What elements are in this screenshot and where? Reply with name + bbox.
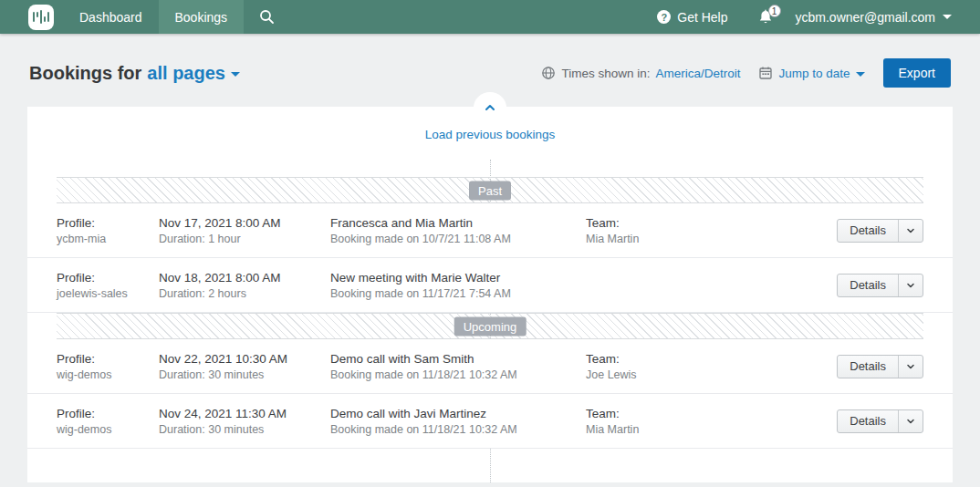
get-help-link[interactable]: ? Get Help bbox=[644, 0, 740, 34]
details-button[interactable]: Details bbox=[837, 219, 923, 243]
profile-value: wig-demos bbox=[57, 368, 159, 381]
section-divider-upcoming: Upcoming bbox=[57, 313, 923, 339]
ycbm-logo-icon bbox=[28, 5, 54, 30]
profile-value: wig-demos bbox=[57, 423, 159, 436]
booking-duration: Duration: 1 hour bbox=[159, 233, 330, 245]
profile-label: Profile: bbox=[57, 407, 159, 420]
calendar-icon bbox=[758, 66, 773, 80]
title-cell: Demo call with Javi Martinez Booking mad… bbox=[330, 407, 586, 436]
booking-datetime: Nov 17, 2021 8:00 AM bbox=[159, 216, 330, 230]
notifications-button[interactable]: 1 bbox=[741, 0, 790, 34]
profile-cell: Profile: wig-demos bbox=[57, 352, 159, 381]
title-cell: New meeting with Marie Walter Booking ma… bbox=[330, 271, 586, 300]
timezone-link[interactable]: America/Detroit bbox=[655, 67, 740, 80]
profile-label: Profile: bbox=[57, 216, 159, 230]
details-label: Details bbox=[838, 356, 898, 378]
profile-cell: Profile: joelewis-sales bbox=[57, 271, 159, 300]
jump-to-date-link[interactable]: Jump to date bbox=[778, 67, 864, 80]
details-label: Details bbox=[838, 410, 898, 432]
header-controls: Times shown in: America/Detroit Jump to … bbox=[541, 58, 951, 88]
booking-row: Profile: joelewis-sales Nov 18, 2021 8:0… bbox=[27, 258, 953, 313]
booking-datetime: Nov 22, 2021 10:30 AM bbox=[159, 352, 330, 366]
scope-selector-label: all pages bbox=[147, 63, 225, 84]
booking-duration: Duration: 30 minutes bbox=[159, 368, 330, 381]
booking-row: Profile: wig-demos Nov 24, 2021 11:30 AM… bbox=[27, 394, 953, 449]
topbar-spacer bbox=[290, 0, 644, 34]
booking-duration: Duration: 2 hours bbox=[159, 287, 330, 300]
booking-made-on: Booking made on 10/7/21 11:08 AM bbox=[330, 233, 586, 245]
team-cell: Team: Joe Lewis bbox=[586, 352, 837, 381]
chevron-down-icon bbox=[905, 225, 916, 236]
account-email: ycbm.owner@gmail.com bbox=[796, 10, 935, 25]
topbar: Dashboard Bookings ? Get Help 1 ycbm.own… bbox=[0, 0, 980, 34]
team-value: Mia Martin bbox=[586, 423, 837, 436]
load-previous-link[interactable]: Load previous bookings bbox=[418, 128, 563, 141]
booking-title: Demo call with Javi Martinez bbox=[330, 407, 586, 420]
section-badge: Past bbox=[469, 181, 511, 200]
team-value: Mia Martin bbox=[586, 233, 837, 245]
team-value: Joe Lewis bbox=[586, 368, 837, 381]
nav-bookings[interactable]: Bookings bbox=[159, 0, 245, 34]
booking-title: Francesca and Mia Martin bbox=[330, 216, 586, 230]
scope-selector[interactable]: all pages bbox=[147, 63, 240, 84]
booking-row: Profile: wig-demos Nov 22, 2021 10:30 AM… bbox=[27, 339, 953, 394]
when-cell: Nov 24, 2021 11:30 AM Duration: 30 minut… bbox=[159, 407, 330, 436]
details-expand-button[interactable] bbox=[898, 275, 923, 296]
bookings-card: Load previous bookings Past Profile: ycb… bbox=[27, 107, 953, 482]
section-badge: Upcoming bbox=[454, 316, 526, 336]
details-expand-button[interactable] bbox=[898, 410, 923, 432]
chevron-down-icon bbox=[905, 416, 916, 427]
chevron-up-icon bbox=[483, 100, 497, 115]
booking-duration: Duration: 30 minutes bbox=[159, 423, 330, 436]
team-cell: Team: Mia Martin bbox=[586, 216, 837, 245]
app-logo[interactable] bbox=[0, 0, 63, 34]
booking-row: Profile: ycbm-mia Nov 17, 2021 8:00 AM D… bbox=[27, 203, 953, 258]
page-title-prefix: Bookings for bbox=[29, 63, 141, 84]
page-header: Bookings for all pages Times shown in: A… bbox=[0, 34, 980, 88]
details-expand-button[interactable] bbox=[898, 356, 923, 378]
section-divider-past: Past bbox=[57, 177, 923, 203]
account-menu[interactable]: ycbm.owner@gmail.com bbox=[790, 0, 980, 34]
chevron-down-icon bbox=[905, 361, 916, 372]
times-shown-label: Times shown in: bbox=[561, 67, 650, 80]
details-expand-button[interactable] bbox=[898, 220, 923, 242]
title-cell: Francesca and Mia Martin Booking made on… bbox=[330, 216, 586, 245]
details-button[interactable]: Details bbox=[837, 274, 923, 297]
get-help-label: Get Help bbox=[677, 10, 727, 25]
booking-datetime: Nov 24, 2021 11:30 AM bbox=[159, 407, 330, 420]
booking-title: New meeting with Marie Walter bbox=[330, 271, 586, 285]
chevron-down-icon bbox=[856, 72, 865, 77]
chevron-down-icon bbox=[905, 280, 916, 291]
magnifier-glyph bbox=[259, 9, 275, 25]
question-mark-icon: ? bbox=[657, 10, 671, 24]
when-cell: Nov 22, 2021 10:30 AM Duration: 30 minut… bbox=[159, 352, 330, 381]
details-label: Details bbox=[838, 275, 898, 296]
collapse-notch[interactable] bbox=[474, 92, 506, 123]
team-cell: Team: Mia Martin bbox=[586, 407, 837, 436]
page-title: Bookings for all pages bbox=[29, 63, 240, 84]
when-cell: Nov 18, 2021 8:00 AM Duration: 2 hours bbox=[159, 271, 330, 300]
search-icon[interactable] bbox=[244, 0, 290, 34]
team-label: Team: bbox=[586, 352, 837, 366]
chevron-down-icon bbox=[231, 72, 240, 77]
profile-value: ycbm-mia bbox=[57, 233, 159, 245]
booking-datetime: Nov 18, 2021 8:00 AM bbox=[159, 271, 330, 285]
timezone-control: Times shown in: America/Detroit bbox=[541, 66, 740, 80]
nav-dashboard[interactable]: Dashboard bbox=[63, 0, 159, 34]
details-button[interactable]: Details bbox=[837, 355, 923, 378]
details-button[interactable]: Details bbox=[837, 409, 923, 433]
jump-to-date-label: Jump to date bbox=[778, 67, 850, 80]
details-label: Details bbox=[838, 220, 898, 242]
chevron-down-icon bbox=[943, 15, 952, 19]
team-cell bbox=[586, 284, 837, 286]
jump-to-date-control: Jump to date bbox=[758, 66, 864, 80]
profile-cell: Profile: ycbm-mia bbox=[57, 216, 159, 245]
booking-made-on: Booking made on 11/18/21 10:32 AM bbox=[330, 423, 586, 436]
notification-badge: 1 bbox=[768, 5, 781, 17]
export-button[interactable]: Export bbox=[883, 58, 951, 88]
team-label: Team: bbox=[586, 216, 837, 230]
main-nav: Dashboard Bookings bbox=[63, 0, 290, 34]
profile-value: joelewis-sales bbox=[57, 287, 159, 300]
title-cell: Demo call with Sam Smith Booking made on… bbox=[330, 352, 586, 381]
booking-title: Demo call with Sam Smith bbox=[330, 352, 586, 366]
